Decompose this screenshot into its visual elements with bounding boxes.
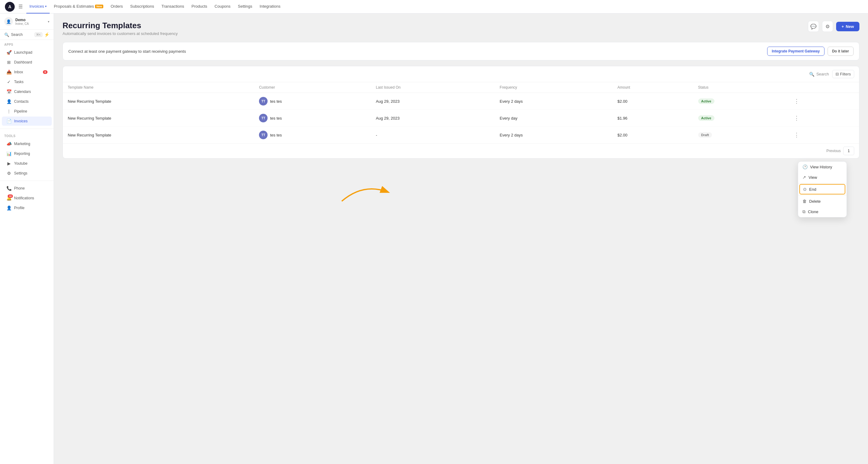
context-menu-delete[interactable]: 🗑 Delete	[798, 196, 846, 206]
hamburger-menu[interactable]: ☰	[19, 4, 23, 9]
row-actions-button[interactable]: ⋮	[792, 113, 802, 123]
amount-cell: $1.96	[613, 110, 693, 127]
sidebar-item-reporting[interactable]: 📊 Reporting	[2, 149, 52, 158]
nav-proposals[interactable]: Proposals & Estimates New	[51, 0, 106, 13]
filters-button[interactable]: ⊟ Filters	[832, 70, 854, 78]
context-menu-view-history[interactable]: 🕐 View History	[798, 162, 846, 172]
tools-section-label: Tools	[0, 131, 54, 139]
sidebar-item-pipeline[interactable]: ⋮ Pipeline	[2, 107, 52, 116]
chevron-down-icon: ▾	[48, 20, 49, 23]
divider	[798, 183, 846, 183]
sidebar: 👤 Demo Irvine, CA ▾ 🔍 Search ⌘K ⚡ Apps 🚀…	[0, 13, 54, 464]
table-footer: Previous	[63, 143, 859, 158]
search-shortcut: ⌘K	[35, 32, 42, 37]
context-menu-view[interactable]: ↗ View	[798, 172, 846, 182]
tasks-icon: ✓	[6, 80, 12, 84]
calendar-icon: 📅	[6, 89, 12, 94]
do-it-later-button[interactable]: Do it later	[828, 47, 854, 56]
nav-subscriptions[interactable]: Subscriptions	[127, 0, 157, 13]
dashboard-icon: ⊞	[6, 60, 12, 65]
status-badge: Active	[698, 98, 714, 104]
app-logo: A	[5, 2, 15, 12]
table-search[interactable]: 🔍 Search	[809, 72, 829, 77]
sidebar-item-tasks[interactable]: ✓ Tasks	[2, 77, 52, 86]
divider	[0, 181, 54, 181]
row-actions-button[interactable]: ⋮	[792, 130, 802, 140]
sidebar-item-profile[interactable]: 👤 Profile	[2, 203, 52, 212]
nav-coupons[interactable]: Coupons	[212, 0, 234, 13]
col-template-name: Template Name	[63, 82, 254, 93]
sidebar-item-label: Reporting	[14, 151, 48, 156]
page-subtitle: Automatically send invoices to customers…	[63, 31, 178, 36]
sidebar-item-calendars[interactable]: 📅 Calendars	[2, 87, 52, 96]
marketing-icon: 📣	[6, 141, 12, 146]
sidebar-item-label: Contacts	[14, 99, 48, 104]
new-badge: New	[95, 5, 103, 8]
sidebar-item-settings[interactable]: ⚙ Settings	[2, 169, 52, 178]
sidebar-user[interactable]: 👤 Demo Irvine, CA ▾	[0, 13, 54, 30]
col-amount: Amount	[613, 82, 693, 93]
nav-settings[interactable]: Settings	[235, 0, 255, 13]
last-issued-cell: Aug 29, 2023	[371, 110, 495, 127]
status-cell: Active	[693, 93, 787, 110]
sidebar-item-contacts[interactable]: 👤 Contacts	[2, 97, 52, 106]
customer-cell: TT tes tes	[254, 93, 371, 110]
page-title-section: Recurring Templates Automatically send i…	[63, 21, 178, 36]
inbox-icon: 📥	[6, 69, 12, 75]
col-actions	[786, 82, 859, 93]
sidebar-item-marketing[interactable]: 📣 Marketing	[2, 139, 52, 148]
table-toolbar: 🔍 Search ⊟ Filters	[63, 66, 859, 82]
nav-invoices[interactable]: Invoices ▾	[26, 0, 50, 13]
row-actions-button[interactable]: ⋮	[792, 96, 802, 106]
integrate-payment-button[interactable]: Integrate Payment Gateway	[767, 47, 825, 56]
sidebar-item-notifications[interactable]: 🔔 18 Notifications	[2, 194, 52, 203]
settings-button[interactable]: ⚙	[822, 21, 833, 32]
sidebar-item-launchpad[interactable]: 🚀 Launchpad	[2, 48, 52, 57]
comment-button[interactable]: 💬	[808, 21, 819, 32]
profile-icon: 👤	[6, 205, 12, 210]
user-icon: 👤	[4, 17, 13, 26]
context-menu-clone[interactable]: ⧉ Clone	[798, 206, 846, 217]
sidebar-item-youtube[interactable]: ▶ Youtube	[2, 159, 52, 168]
user-info: Demo Irvine, CA	[15, 18, 48, 25]
search-icon: 🔍	[809, 72, 814, 77]
youtube-icon: ▶	[6, 161, 12, 166]
search-label: Search	[11, 32, 33, 37]
user-name: Demo	[15, 18, 48, 22]
divider	[0, 128, 54, 129]
sidebar-search[interactable]: 🔍 Search ⌘K ⚡	[0, 30, 54, 40]
sidebar-item-label: Dashboard	[14, 60, 48, 64]
nav-transactions[interactable]: Transactions	[158, 0, 187, 13]
page-title: Recurring Templates	[63, 21, 178, 30]
contacts-icon: 👤	[6, 99, 12, 104]
sidebar-item-invoices[interactable]: 📄 Invoices	[2, 117, 52, 126]
sidebar-item-label: Tasks	[14, 80, 48, 84]
settings-icon: ⚙	[6, 171, 12, 176]
view-icon: ↗	[802, 175, 806, 180]
context-menu-end[interactable]: ⊙ End	[799, 184, 845, 195]
clone-icon: ⧉	[802, 209, 805, 214]
payment-banner: Connect at least one payment gateway to …	[63, 42, 860, 60]
sidebar-item-inbox[interactable]: 📥 Inbox 0	[2, 67, 52, 77]
pagination-previous[interactable]: Previous	[826, 149, 841, 153]
customer-cell: TT tes tes	[254, 127, 371, 144]
table-card: 🔍 Search ⊟ Filters Template Name Custome…	[63, 66, 860, 158]
frequency-cell: Every 2 days	[495, 93, 612, 110]
nav-products[interactable]: Products	[188, 0, 210, 13]
sidebar-item-phone[interactable]: 📞 Phone	[2, 184, 52, 193]
sidebar-item-dashboard[interactable]: ⊞ Dashboard	[2, 58, 52, 67]
status-badge: Draft	[698, 132, 712, 138]
actions-cell: ⋮	[786, 93, 859, 110]
nav-orders[interactable]: Orders	[107, 0, 126, 13]
status-cell: Draft	[693, 127, 787, 144]
amount-cell: $2.00	[613, 127, 693, 144]
bell-icon: 🔔 18	[6, 196, 12, 201]
delete-icon: 🗑	[802, 199, 807, 204]
divider	[798, 195, 846, 195]
pagination-page-input[interactable]	[843, 147, 854, 155]
filter-icon: ⊟	[836, 72, 839, 76]
new-button[interactable]: + New	[836, 22, 860, 31]
template-name-cell: New Recurring Template	[63, 127, 254, 144]
nav-integrations[interactable]: Integrations	[256, 0, 283, 13]
sidebar-item-label: Inbox	[14, 70, 40, 74]
